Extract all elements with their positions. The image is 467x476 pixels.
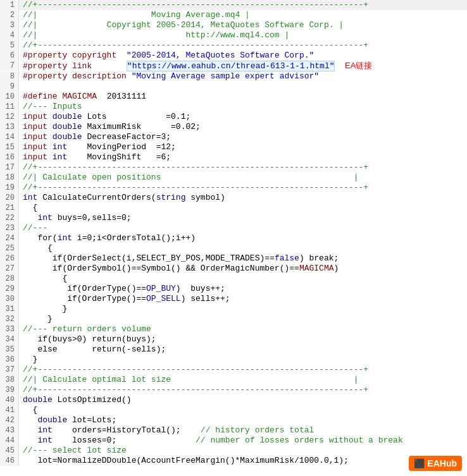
line-number: 46 bbox=[0, 456, 19, 466]
table-row: 5//+------------------------------------… bbox=[0, 40, 467, 51]
line-content: input double DecreaseFactor=3; bbox=[19, 132, 467, 142]
table-row: 39//+-----------------------------------… bbox=[0, 385, 467, 395]
table-row: 6#property copyright "2005-2014, MetaQuo… bbox=[0, 51, 467, 61]
line-number: 1 bbox=[0, 0, 19, 10]
line-number: 22 bbox=[0, 213, 19, 223]
table-row: 3//| Copyright 2005-2014, MetaQuotes Sof… bbox=[0, 20, 467, 30]
line-number: 15 bbox=[0, 142, 19, 152]
line-number: 26 bbox=[0, 253, 19, 264]
table-row: 1//+------------------------------------… bbox=[0, 0, 467, 10]
line-content: //| Copyright 2005-2014, MetaQuotes Soft… bbox=[19, 20, 467, 30]
line-content: lot=NormalizeDDouble(AccountFreeMargin()… bbox=[19, 456, 467, 466]
table-row: 33//--- return orders volume bbox=[0, 324, 467, 334]
line-content: #property copyright "2005-2014, MetaQuot… bbox=[19, 51, 467, 61]
line-number: 42 bbox=[0, 415, 19, 425]
line-content: { bbox=[19, 243, 467, 253]
line-number: 2 bbox=[0, 10, 19, 20]
line-content: int buys=0,sells=0; bbox=[19, 213, 467, 223]
table-row: 7#property link "https://www.eahub.cn/th… bbox=[0, 61, 467, 71]
line-number: 18 bbox=[0, 173, 19, 183]
line-content: #define MAGICMA 20131111 bbox=[19, 92, 467, 102]
line-number: 14 bbox=[0, 132, 19, 142]
line-content: if(OrderSymbol()==Symbol() && OrderMagic… bbox=[19, 264, 467, 274]
line-number: 28 bbox=[0, 274, 19, 284]
table-row: 45//--- select lot size bbox=[0, 446, 467, 456]
code-editor: 1//+------------------------------------… bbox=[0, 0, 467, 466]
line-number: 29 bbox=[0, 284, 19, 294]
line-content: input int MovingPeriod =12; bbox=[19, 142, 467, 152]
line-number: 41 bbox=[0, 405, 19, 415]
line-number: 35 bbox=[0, 345, 19, 355]
line-content: #property description "Moving Average sa… bbox=[19, 71, 467, 82]
table-row: 10#define MAGICMA 20131111 bbox=[0, 92, 467, 102]
table-row: 11//--- Inputs bbox=[0, 102, 467, 112]
line-number: 30 bbox=[0, 294, 19, 304]
line-content: //| Calculate open positions | bbox=[19, 173, 467, 183]
line-number: 31 bbox=[0, 304, 19, 314]
line-number: 17 bbox=[0, 162, 19, 173]
line-content: int CalculateCurrentOrders(string symbol… bbox=[19, 193, 467, 203]
line-number: 16 bbox=[0, 152, 19, 162]
line-content: input int MovingShift =6; bbox=[19, 152, 467, 162]
line-content: } bbox=[19, 304, 467, 314]
line-content: { bbox=[19, 274, 467, 284]
line-content: if(OrderSelect(i,SELECT_BY_POS,MODE_TRAD… bbox=[19, 253, 467, 264]
table-row: 8#property description "Moving Average s… bbox=[0, 71, 467, 82]
line-number: 11 bbox=[0, 102, 19, 112]
eahub-logo: ⬛ EAHub bbox=[409, 456, 462, 471]
line-content: if(OrderType()==OP_SELL) sells++; bbox=[19, 294, 467, 304]
table-row: 30 if(OrderType()==OP_SELL) sells++; bbox=[0, 294, 467, 304]
line-number: 32 bbox=[0, 314, 19, 324]
line-number: 12 bbox=[0, 112, 19, 122]
line-content: //| http://www.mql4.com | bbox=[19, 30, 467, 40]
table-row: 27 if(OrderSymbol()==Symbol() && OrderMa… bbox=[0, 264, 467, 274]
line-number: 8 bbox=[0, 71, 19, 82]
line-content: //+-------------------------------------… bbox=[19, 40, 467, 51]
line-number: 25 bbox=[0, 243, 19, 253]
table-row: 29 if(OrderType()==OP_BUY) buys++; bbox=[0, 284, 467, 294]
line-number: 10 bbox=[0, 92, 19, 102]
line-number: 45 bbox=[0, 446, 19, 456]
line-content: for(int i=0;i<OrdersTotal();i++) bbox=[19, 233, 467, 243]
table-row: 24 for(int i=0;i<OrdersTotal();i++) bbox=[0, 233, 467, 243]
table-row: 13input double MaximumRisk =0.02; bbox=[0, 122, 467, 132]
line-number: 5 bbox=[0, 40, 19, 51]
line-content: input double Lots =0.1; bbox=[19, 112, 467, 122]
table-row: 28 { bbox=[0, 274, 467, 284]
table-row: 23//--- bbox=[0, 223, 467, 233]
table-row: 43 int orders=HistoryTotal(); // history… bbox=[0, 425, 467, 436]
table-row: 36 } bbox=[0, 355, 467, 365]
line-content: //+-------------------------------------… bbox=[19, 162, 467, 173]
line-content: //--- return orders volume bbox=[19, 324, 467, 334]
table-row: 46 lot=NormalizeDDouble(AccountFreeMargi… bbox=[0, 456, 467, 466]
table-row: 31 } bbox=[0, 304, 467, 314]
line-number: 9 bbox=[0, 82, 19, 92]
table-row: 26 if(OrderSelect(i,SELECT_BY_POS,MODE_T… bbox=[0, 253, 467, 264]
line-content: //+-------------------------------------… bbox=[19, 183, 467, 193]
line-content: //--- select lot size bbox=[19, 446, 467, 456]
line-number: 33 bbox=[0, 324, 19, 334]
line-content: //+-------------------------------------… bbox=[19, 385, 467, 395]
line-number: 21 bbox=[0, 203, 19, 213]
table-row: 18//| Calculate open positions | bbox=[0, 173, 467, 183]
line-number: 43 bbox=[0, 425, 19, 436]
line-number: 38 bbox=[0, 375, 19, 385]
line-number: 24 bbox=[0, 233, 19, 243]
table-row: 41 { bbox=[0, 405, 467, 415]
line-number: 13 bbox=[0, 122, 19, 132]
line-content: #property link "https://www.eahub.cn/thr… bbox=[19, 61, 467, 71]
line-number: 20 bbox=[0, 193, 19, 203]
line-number: 4 bbox=[0, 30, 19, 40]
line-content: if(buys>0) return(buys); bbox=[19, 334, 467, 345]
table-row: 2//| Moving Average.mq4 | bbox=[0, 10, 467, 20]
line-number: 34 bbox=[0, 334, 19, 345]
line-content: //+-------------------------------------… bbox=[19, 0, 467, 10]
line-number: 27 bbox=[0, 264, 19, 274]
line-number: 39 bbox=[0, 385, 19, 395]
table-row: 34 if(buys>0) return(buys); bbox=[0, 334, 467, 345]
line-number: 40 bbox=[0, 395, 19, 405]
table-row: 4//| http://www.mql4.com | bbox=[0, 30, 467, 40]
table-row: 9 bbox=[0, 82, 467, 92]
line-content: int orders=HistoryTotal(); // history or… bbox=[19, 425, 467, 436]
line-content bbox=[19, 82, 467, 92]
